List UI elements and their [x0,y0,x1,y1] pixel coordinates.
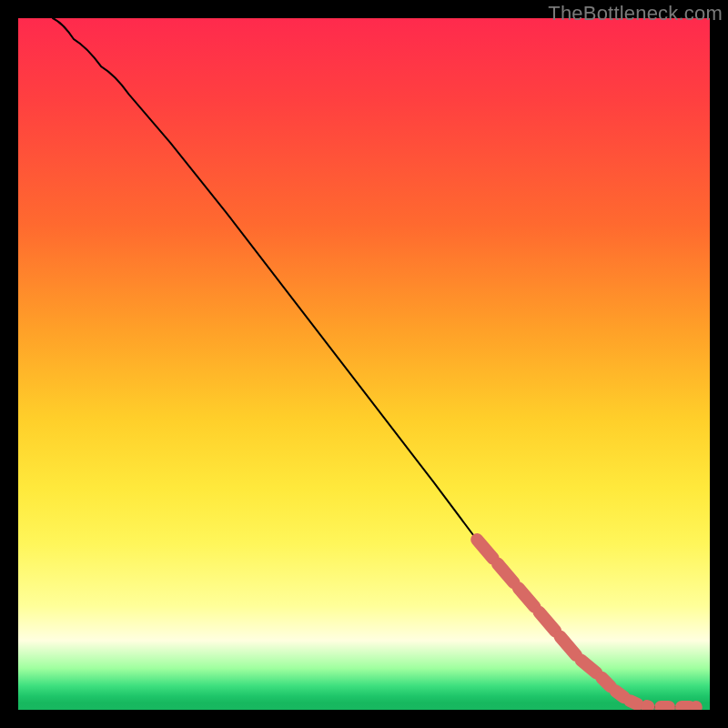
highlight-dash [602,678,611,687]
highlight-dash [616,692,624,698]
chart-stage: TheBottleneck.com [0,0,728,728]
highlight-dash [519,588,535,607]
highlight-dash [477,540,493,559]
curve-layer [18,18,710,710]
highlight-dash [560,636,576,655]
watermark-text: TheBottleneck.com [548,2,723,25]
highlighted-points [477,540,703,710]
highlight-dash [540,612,556,632]
highlight-dash [630,701,637,704]
main-curve [53,18,696,709]
highlight-dash [581,661,597,673]
plot-area [18,18,710,710]
highlight-dash [498,564,514,583]
